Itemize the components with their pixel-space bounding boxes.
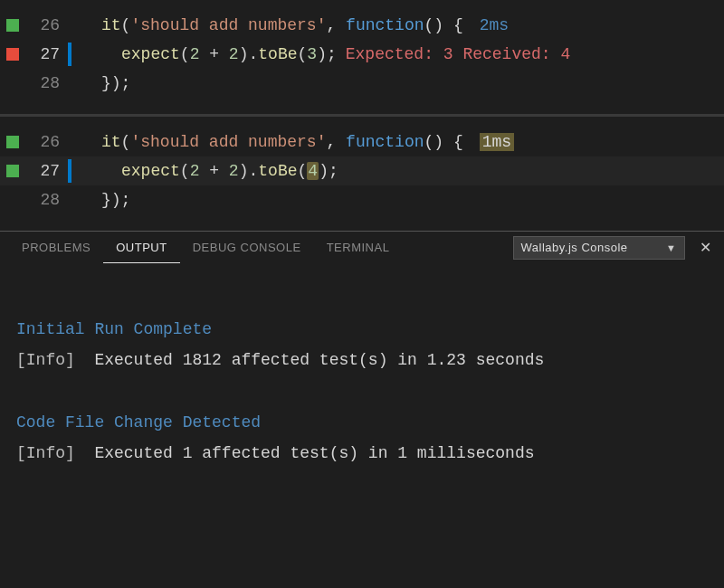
gutter-marker: [0, 165, 25, 177]
inline-failure: Expected: 3 Received: 4: [346, 45, 571, 63]
changed-value: 4: [307, 162, 319, 180]
line-number: 28: [25, 191, 65, 209]
fail-marker-icon: [6, 48, 19, 61]
code-line[interactable]: 26 it('should add numbers', function() {…: [0, 11, 724, 40]
code-line[interactable]: 26 it('should add numbers', function() {…: [0, 128, 724, 156]
tab-terminal[interactable]: TERMINAL: [314, 232, 403, 263]
gutter-marker: [0, 19, 25, 32]
cursor-indicator: [68, 188, 71, 212]
output-heading: Code File Change Detected: [16, 413, 261, 432]
chevron-down-icon: ▼: [666, 242, 676, 253]
inline-timing: 1ms: [480, 133, 514, 151]
pass-marker-icon: [6, 19, 19, 32]
inline-timing: 2ms: [480, 16, 509, 34]
tab-problems[interactable]: PROBLEMS: [9, 232, 103, 263]
editor-pane-after: 26 it('should add numbers', function() {…: [0, 114, 724, 231]
code-content[interactable]: it('should add numbers', function() {2ms: [74, 16, 509, 34]
output-tag: [Info]: [16, 351, 75, 369]
code-content[interactable]: it('should add numbers', function() {1ms: [74, 133, 514, 151]
cursor-indicator: [68, 71, 71, 95]
close-panel-button[interactable]: ✕: [685, 239, 718, 256]
output-tag: [Info]: [16, 444, 75, 462]
pass-marker-icon: [6, 136, 19, 148]
line-number: 26: [25, 16, 65, 34]
line-number: 27: [25, 45, 65, 63]
output-panel[interactable]: Initial Run Complete [Info] Executed 181…: [0, 263, 724, 488]
cursor-indicator: [68, 130, 71, 154]
line-number: 27: [25, 162, 65, 180]
gutter-marker: [0, 48, 25, 61]
code-line[interactable]: 27 expect(2 + 2).toBe(3);Expected: 3 Rec…: [0, 40, 724, 69]
output-channel-dropdown[interactable]: Wallaby.js Console ▼: [513, 236, 685, 260]
tab-output[interactable]: OUTPUT: [103, 232, 179, 263]
code-content[interactable]: expect(2 + 2).toBe(4);: [74, 162, 338, 180]
code-content[interactable]: });: [74, 74, 130, 92]
output-line: Executed 1812 affected test(s) in 1.23 s…: [75, 351, 544, 369]
code-content[interactable]: expect(2 + 2).toBe(3);Expected: 3 Receiv…: [74, 45, 570, 63]
editor-pane-before: 26 it('should add numbers', function() {…: [0, 0, 724, 114]
line-number: 28: [25, 74, 65, 92]
code-line[interactable]: 28 });: [0, 185, 724, 214]
code-line[interactable]: 27 expect(2 + 2).toBe(4);: [0, 156, 724, 185]
output-line: Executed 1 affected test(s) in 1 millise…: [75, 444, 535, 462]
code-line[interactable]: 28 });: [0, 69, 724, 98]
panel-tab-bar: PROBLEMS OUTPUT DEBUG CONSOLE TERMINAL W…: [0, 231, 724, 263]
cursor-indicator: [68, 43, 71, 66]
cursor-indicator: [68, 14, 71, 37]
dropdown-label: Wallaby.js Console: [521, 241, 628, 254]
output-heading: Initial Run Complete: [16, 320, 212, 338]
line-number: 26: [25, 133, 65, 151]
pass-marker-icon: [6, 165, 19, 177]
cursor-indicator: [68, 159, 71, 183]
gutter-marker: [0, 136, 25, 148]
tab-debug-console[interactable]: DEBUG CONSOLE: [180, 232, 314, 263]
code-content[interactable]: });: [74, 191, 130, 209]
